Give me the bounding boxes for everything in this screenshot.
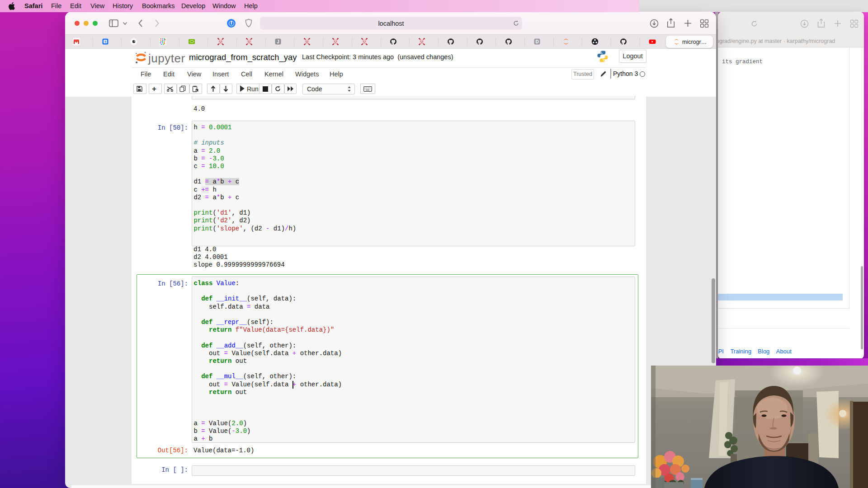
svg-text:D: D [536,39,539,44]
svg-text:J: J [277,39,279,44]
svg-text:5: 5 [104,40,106,44]
